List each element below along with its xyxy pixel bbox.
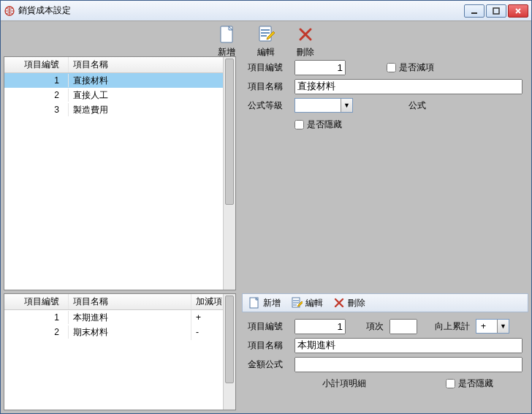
table-row[interactable]: 3 製造費用: [4, 102, 235, 117]
svg-rect-1: [471, 12, 477, 14]
chevron-down-icon: ▼: [341, 99, 352, 112]
edit-button[interactable]: 編輯: [253, 24, 279, 59]
window-controls: [464, 4, 528, 18]
upper-form: 項目編號 是否減項 項目名稱 公式等級: [242, 56, 528, 290]
item-no-label: 項目編號: [248, 61, 289, 74]
close-button[interactable]: [508, 4, 528, 18]
delete-button[interactable]: 刪除: [292, 24, 319, 59]
table-row[interactable]: 1 直接材料: [4, 73, 235, 88]
table-row[interactable]: 1 本期進料 +: [4, 310, 235, 325]
accum-combo[interactable]: + ▼: [476, 319, 509, 334]
lower-form: 項目編號 項次 向上累計 + ▼: [242, 312, 528, 391]
table-row[interactable]: 2 期末材料 -: [4, 325, 235, 339]
item-no-label: 項目編號: [248, 320, 289, 333]
lower-form-col: 新增 編輯 刪除 項目編號: [242, 293, 528, 410]
edit-icon: [291, 296, 303, 309]
sub-toolbar: 新增 編輯 刪除: [242, 293, 528, 312]
delete-icon: [333, 297, 345, 309]
upper-grid[interactable]: 項目編號 項目名稱 1 直接材料 2 直接人工 3: [4, 56, 236, 290]
edit-icon: [257, 24, 275, 45]
seq-input[interactable]: [390, 319, 417, 334]
item-name-label: 項目名稱: [248, 80, 289, 93]
scrollbar[interactable]: [223, 294, 235, 410]
col-item-name[interactable]: 項目名稱: [69, 57, 235, 72]
formula-level-label: 公式等級: [248, 99, 289, 112]
item-no-input[interactable]: [294, 60, 346, 75]
maximize-button[interactable]: [486, 4, 506, 18]
item-name-label: 項目名稱: [248, 339, 289, 352]
minimize-button[interactable]: [464, 4, 484, 18]
formula-level-combo[interactable]: ▼: [294, 98, 353, 113]
is-hidden-checkbox[interactable]: 是否隱藏: [294, 118, 342, 131]
item-name-input[interactable]: [294, 79, 522, 94]
lower-pane: 項目編號 項目名稱 加減項 1 本期進料 + 2 期末材料 -: [4, 293, 528, 410]
svg-rect-2: [493, 8, 499, 14]
upper-grid-header: 項目編號 項目名稱: [4, 57, 235, 73]
sub-add-button[interactable]: 新增: [248, 296, 281, 309]
sub-delete-button[interactable]: 刪除: [333, 297, 365, 309]
col-item-name[interactable]: 項目名稱: [69, 294, 191, 309]
app-window: 銷貨成本設定 新增 編輯 刪除: [0, 0, 532, 414]
seq-label: 項次: [366, 320, 384, 333]
accum-label: 向上累計: [435, 320, 470, 333]
col-item-no[interactable]: 項目編號: [4, 57, 69, 72]
app-icon: [4, 5, 15, 17]
item-name-input[interactable]: [294, 338, 522, 353]
main-toolbar: 新增 編輯 刪除: [1, 21, 531, 56]
new-icon: [218, 24, 235, 45]
add-button[interactable]: 新增: [213, 24, 240, 59]
col-item-no[interactable]: 項目編號: [4, 294, 69, 309]
titlebar: 銷貨成本設定: [1, 1, 531, 21]
is-hidden-checkbox[interactable]: 是否隱藏: [446, 377, 493, 390]
window-title: 銷貨成本設定: [18, 4, 464, 17]
table-row[interactable]: 2 直接人工: [4, 88, 235, 102]
is-deduction-checkbox[interactable]: 是否減項: [387, 61, 434, 74]
sub-edit-button[interactable]: 編輯: [291, 296, 323, 309]
scrollbar[interactable]: [223, 57, 235, 290]
formula-label: 公式: [408, 99, 426, 112]
new-icon: [248, 296, 260, 309]
lower-grid[interactable]: 項目編號 項目名稱 加減項 1 本期進料 + 2 期末材料 -: [4, 293, 236, 410]
delete-icon: [297, 24, 314, 45]
subtotal-label: 小計項明細: [322, 377, 366, 390]
upper-pane: 項目編號 項目名稱 1 直接材料 2 直接人工 3: [4, 56, 528, 290]
amount-formula-label: 金額公式: [248, 358, 289, 371]
client-area: 新增 編輯 刪除 項目編號 項目名稱: [1, 21, 531, 413]
item-no-input[interactable]: [294, 319, 346, 334]
chevron-down-icon: ▼: [497, 320, 509, 333]
lower-grid-header: 項目編號 項目名稱 加減項: [4, 294, 235, 310]
amount-formula-input[interactable]: [294, 357, 522, 372]
